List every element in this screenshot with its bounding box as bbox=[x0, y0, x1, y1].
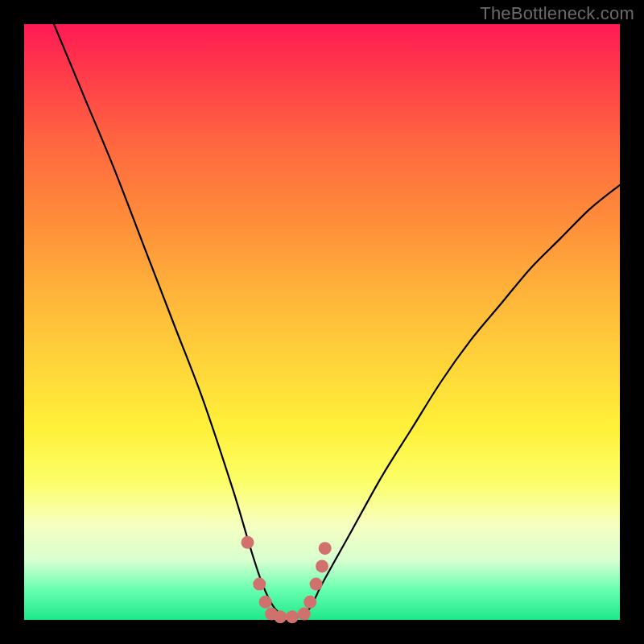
curve-marker bbox=[253, 578, 266, 591]
curve-marker bbox=[242, 536, 254, 549]
bottleneck-curve-path bbox=[54, 24, 620, 618]
curve-marker bbox=[298, 608, 311, 621]
curve-marker bbox=[303, 596, 316, 609]
curve-marker bbox=[319, 542, 332, 555]
curve-marker bbox=[310, 578, 323, 591]
curve-marker bbox=[274, 610, 287, 623]
curve-marker bbox=[259, 596, 272, 609]
curve-marker bbox=[286, 610, 299, 623]
watermark-label: TheBottleneck.com bbox=[480, 3, 634, 24]
curve-marker bbox=[316, 559, 328, 572]
chart-svg bbox=[24, 24, 620, 620]
marker-group bbox=[242, 536, 332, 624]
outer-frame: TheBottleneck.com bbox=[0, 0, 644, 644]
